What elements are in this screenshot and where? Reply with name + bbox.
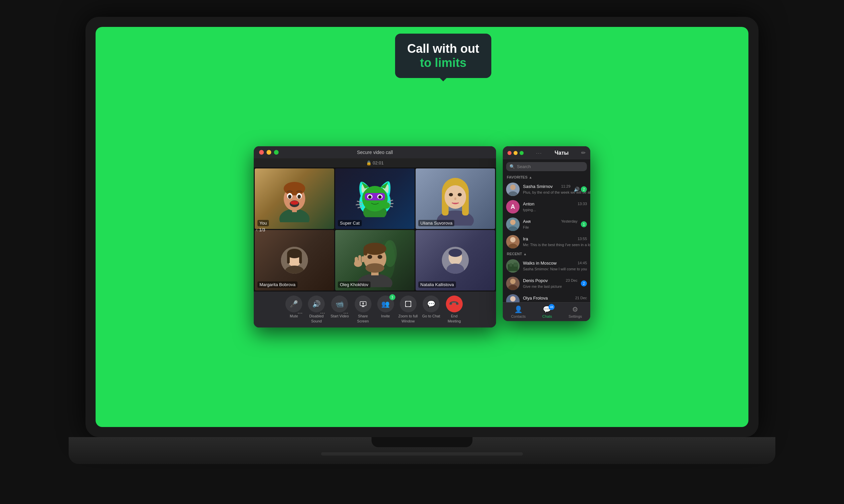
share-label: Share Screen <box>353 314 373 323</box>
you-avatar <box>278 175 311 222</box>
chat-minimize[interactable] <box>514 151 518 155</box>
participant-label-you: You <box>257 220 269 226</box>
tooltip-line2: to limits <box>407 56 479 70</box>
svg-point-9 <box>297 195 301 199</box>
sound-button[interactable]: 🔊 Disabled Sound <box>306 295 326 323</box>
main-content: Secure video call 🔒 02:01 <box>254 146 590 327</box>
end-label: End Meeting <box>444 314 464 323</box>
invite-button[interactable]: 👥 3 Invite <box>377 295 394 319</box>
go-chat-label: Go to Chat <box>422 314 440 319</box>
chat-name-ira: Ira <box>523 236 528 241</box>
chat-maximize[interactable] <box>520 151 523 155</box>
chat-time-sasha: 11:29 <box>561 184 570 188</box>
svg-point-17 <box>368 195 372 199</box>
participant-label-oleg: Oleg Khokhlov <box>338 282 371 288</box>
close-button[interactable] <box>259 150 264 155</box>
chat-name-denis: Denis Popov <box>523 278 548 283</box>
chat-item-anya[interactable]: Аня Yesterday File 1 <box>503 216 590 233</box>
video-label: Start Video <box>330 314 349 319</box>
participant-margarita: Margarita Bobrova <box>255 230 334 290</box>
participant-label-uliana: Uliana Suvorova <box>418 220 454 226</box>
bottom-nav: 👤 Contacts 💬 Chats 46 ⚙ Settings <box>503 302 590 321</box>
chat-item-ira[interactable]: Ira 13:55 Me: This is the best thing I'v… <box>503 233 590 251</box>
tooltip-line1: Call with out <box>407 42 479 56</box>
oleg-avatar <box>353 233 397 287</box>
nav-settings[interactable]: ⚙ Settings <box>569 305 582 319</box>
svg-point-57 <box>510 185 516 190</box>
participant-supercat: 🐱 <box>335 168 415 229</box>
chat-time-anya: Yesterday <box>561 219 578 223</box>
mute-button[interactable]: 🎤 Mute <box>286 295 302 319</box>
uliana-avatar <box>433 172 477 226</box>
chat-item-sasha[interactable]: Sasha Smirnov 11:29 Plus, by the end of … <box>503 181 590 198</box>
chat-name-olya: Olya Frolova <box>523 295 548 301</box>
maximize-button[interactable] <box>274 150 279 155</box>
chat-time-olya: 21 Dec <box>575 296 587 300</box>
chat-item-denis[interactable]: Denis Popov 23 Dec Give me the last pict… <box>503 275 590 292</box>
avatar-anton: А <box>506 200 520 214</box>
denis-badge: 2 <box>581 281 587 286</box>
chat-window-title: Чаты <box>555 150 569 156</box>
end-meeting-button[interactable]: 📞 End Meeting <box>444 295 464 323</box>
laptop-base <box>69 437 775 464</box>
zoom-label: Zoom to full Window <box>398 314 418 323</box>
svg-point-18 <box>378 195 382 199</box>
participant-label-supercat: Super Cat <box>338 220 362 226</box>
lock-icon: 🔒 <box>366 160 372 165</box>
chat-preview-anya: File <box>523 225 529 229</box>
chat-time-ira: 13:55 <box>578 237 587 241</box>
svg-point-63 <box>510 237 516 242</box>
chat-titlebar: ··· Чаты ✏ <box>503 146 590 159</box>
zoom-icon <box>400 295 417 312</box>
sound-label: Disabled Sound <box>306 314 326 323</box>
svg-rect-45 <box>355 257 358 265</box>
participant-label-natalia: Natalia Kallistova <box>418 282 456 288</box>
end-icon: 📞 <box>446 295 463 312</box>
margarita-avatar-circle <box>281 247 308 274</box>
nav-contacts[interactable]: 👤 Contacts <box>511 305 526 319</box>
settings-icon: ⚙ <box>572 305 578 313</box>
chat-info-anya: Аня Yesterday File <box>523 219 578 230</box>
chat-info-sasha: Sasha Smirnov 11:29 Plus, by the end of … <box>523 184 570 195</box>
chat-item-walks[interactable]: Walks in Moscow 14:45 Sasha Smirnov: Now… <box>503 257 590 275</box>
name-row-sasha: Sasha Smirnov 11:29 <box>523 184 570 189</box>
avatar-denis <box>506 277 520 290</box>
chat-name-anton: Anton <box>523 201 534 206</box>
chat-traffic-lights <box>507 151 523 155</box>
svg-point-50 <box>449 249 462 257</box>
video-icon: 📹 <box>331 295 348 312</box>
svg-marker-12 <box>361 182 369 188</box>
chat-name-anya: Аня <box>523 219 531 224</box>
share-screen-button[interactable]: Share Screen <box>353 295 373 323</box>
video-more-dots <box>344 313 348 314</box>
prev-page-arrow[interactable]: ‹ <box>256 226 258 233</box>
mute-icon: 🎤 <box>286 295 302 312</box>
chat-list: FAVORITES ▲ <box>503 174 590 302</box>
start-video-button[interactable]: 📹 Start Video <box>330 295 349 319</box>
minimize-button[interactable] <box>266 150 271 155</box>
svg-rect-47 <box>361 256 364 262</box>
svg-rect-32 <box>299 253 302 264</box>
nav-chats[interactable]: 💬 Chats 46 <box>542 305 552 319</box>
svg-point-41 <box>365 263 384 273</box>
go-to-chat-button[interactable]: 💬 Go to Chat <box>422 295 440 319</box>
more-options-icon[interactable]: ··· <box>536 150 542 156</box>
chat-item-anton[interactable]: А Anton 13:33 typing... <box>503 198 590 216</box>
chat-name-sasha: Sasha Smirnov <box>523 184 553 189</box>
chat-info-denis: Denis Popov 23 Dec Give me the last pict… <box>523 278 578 289</box>
chat-item-olya[interactable]: Olya Frolova 21 Dec No Please <box>503 292 590 302</box>
recent-chevron: ▲ <box>523 252 527 256</box>
avatar-anya <box>506 218 520 231</box>
favorites-chevron: ▲ <box>529 176 532 179</box>
participant-uliana: Uliana Suvorova <box>416 168 495 229</box>
edit-icon[interactable]: ✏ <box>581 150 586 156</box>
svg-point-26 <box>458 193 462 196</box>
zoom-button[interactable]: Zoom to full Window <box>398 295 418 323</box>
chat-close[interactable] <box>507 151 512 155</box>
name-row-ira: Ira 13:55 <box>523 236 587 241</box>
svg-point-8 <box>288 195 291 199</box>
laptop-container: Call with out to limits Secure video cal… <box>52 17 792 487</box>
sound-icon: 🔊 <box>308 295 325 312</box>
participant-label-margarita: Margarita Bobrova <box>257 282 297 288</box>
search-bar[interactable]: 🔍 Search <box>506 162 587 171</box>
